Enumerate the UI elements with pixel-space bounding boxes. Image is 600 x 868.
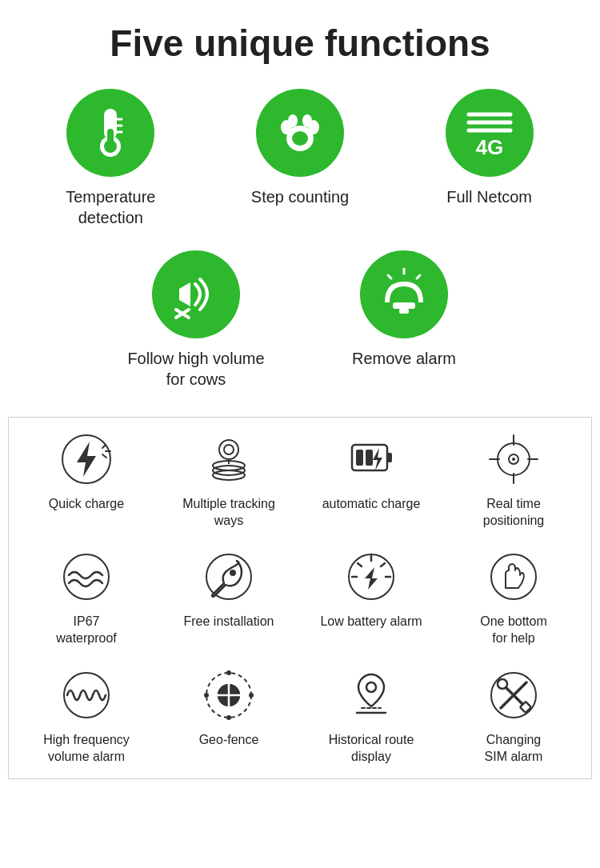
mid-row: Follow high volumefor cows xyxy=(16,250,584,390)
tracking-icon xyxy=(200,430,258,488)
svg-marker-27 xyxy=(77,442,96,477)
svg-marker-41 xyxy=(373,448,382,470)
paw-icon xyxy=(272,105,328,161)
svg-rect-38 xyxy=(387,453,392,462)
quick-charge-svg xyxy=(61,434,112,485)
feature-netcom: 4G Full Netcom xyxy=(418,89,562,207)
geofence-label: Geo-fence xyxy=(199,732,259,749)
svg-point-49 xyxy=(64,554,109,599)
grid-row-1: Quick charge Multiple trackingways xyxy=(15,430,585,530)
svg-point-44 xyxy=(512,458,515,461)
svg-point-11 xyxy=(288,114,298,127)
page-title: Five unique functions xyxy=(0,0,600,81)
svg-point-32 xyxy=(224,445,234,454)
temperature-icon-circle xyxy=(66,89,154,177)
feature-alarm: Remove alarm xyxy=(332,250,476,390)
grid-install: Free installation xyxy=(165,548,293,647)
temperature-label: Temperaturedetection xyxy=(66,186,155,228)
svg-rect-40 xyxy=(366,450,373,466)
svg-point-31 xyxy=(219,440,238,459)
feature-volume: Follow high volumefor cows xyxy=(124,250,268,390)
geofence-svg xyxy=(203,670,254,721)
realtime-svg xyxy=(488,434,539,485)
quick-charge-icon xyxy=(58,430,115,488)
grid-row-3: High frequencyvolume alarm xyxy=(15,666,585,766)
tracking-label: Multiple trackingways xyxy=(182,496,275,530)
install-label: Free installation xyxy=(184,614,274,630)
waterproof-svg xyxy=(61,551,112,602)
feature-step: Step counting xyxy=(228,89,372,207)
svg-rect-39 xyxy=(356,450,363,466)
historical-label: Historical routedisplay xyxy=(329,732,414,766)
grid-sos: One bottomfor help xyxy=(450,548,578,647)
svg-rect-21 xyxy=(393,302,415,309)
svg-rect-18 xyxy=(179,289,190,300)
realtime-icon xyxy=(485,430,542,488)
grid-sim: ChangingSIM alarm xyxy=(450,666,578,766)
auto-charge-icon xyxy=(342,430,400,488)
auto-charge-label: automatic charge xyxy=(322,496,421,513)
step-icon-circle xyxy=(256,89,344,177)
svg-point-12 xyxy=(302,114,312,127)
grid-realtime: Real timepositioning xyxy=(450,430,578,530)
hf-volume-icon xyxy=(58,666,115,724)
svg-point-59 xyxy=(491,554,536,599)
grid-quick-charge: Quick charge xyxy=(22,430,150,530)
svg-point-51 xyxy=(230,570,236,576)
volume-label: Follow high volumefor cows xyxy=(127,348,264,390)
svg-text:4G: 4G xyxy=(475,135,503,159)
quick-charge-label: Quick charge xyxy=(49,496,124,513)
svg-line-54 xyxy=(381,563,385,566)
svg-point-66 xyxy=(226,670,231,675)
svg-point-76 xyxy=(498,679,507,689)
svg-line-56 xyxy=(358,563,362,566)
alarm-icon-circle xyxy=(360,250,448,338)
grid-auto-charge: automatic charge xyxy=(307,430,435,530)
grid-tracking: Multiple trackingways xyxy=(165,430,293,530)
ip67-icon xyxy=(58,548,115,606)
svg-line-28 xyxy=(102,445,106,448)
sos-icon xyxy=(485,548,542,606)
geofence-icon xyxy=(200,666,258,724)
svg-point-68 xyxy=(226,715,231,720)
svg-point-70 xyxy=(366,682,376,692)
feature-temperature: Temperaturedetection xyxy=(38,89,182,228)
alarm-label: Remove alarm xyxy=(352,348,456,369)
svg-point-8 xyxy=(292,131,308,146)
install-icon xyxy=(200,548,258,606)
realtime-label: Real timepositioning xyxy=(483,496,545,530)
svg-marker-58 xyxy=(365,567,378,590)
speaker-icon xyxy=(168,268,224,320)
grid-section: Quick charge Multiple trackingways xyxy=(8,417,592,779)
top-section: Temperaturedetection Step counting xyxy=(0,81,600,417)
thermometer-icon xyxy=(86,105,134,161)
hf-volume-label: High frequencyvolume alarm xyxy=(43,732,130,766)
low-battery-icon xyxy=(342,548,400,606)
bell-alarm-icon xyxy=(377,267,431,322)
low-battery-svg xyxy=(346,551,397,602)
sos-label: One bottomfor help xyxy=(480,614,547,647)
grid-hf-volume: High frequencyvolume alarm xyxy=(22,666,150,766)
wrench-svg xyxy=(203,551,254,602)
svg-point-67 xyxy=(249,693,254,698)
low-battery-label: Low battery alarm xyxy=(320,614,422,630)
sim-svg xyxy=(488,670,539,721)
tracking-svg xyxy=(203,434,254,485)
route-svg xyxy=(346,670,397,721)
svg-point-3 xyxy=(104,140,117,153)
top-row: Temperaturedetection Step counting xyxy=(16,89,584,228)
grid-geofence: Geo-fence xyxy=(165,666,293,766)
svg-point-69 xyxy=(204,693,209,698)
netcom-label: Full Netcom xyxy=(446,186,532,207)
grid-low-battery: Low battery alarm xyxy=(307,548,435,647)
svg-line-30 xyxy=(102,454,106,458)
grid-historical: Historical routedisplay xyxy=(307,666,435,766)
wave-svg xyxy=(61,670,112,721)
netcom-icon-circle: 4G xyxy=(446,89,534,177)
sim-label: ChangingSIM alarm xyxy=(485,732,543,766)
step-label: Step counting xyxy=(251,186,349,207)
svg-point-50 xyxy=(206,554,251,599)
svg-line-25 xyxy=(388,275,391,278)
auto-charge-svg xyxy=(346,434,397,485)
historical-icon xyxy=(342,666,400,724)
